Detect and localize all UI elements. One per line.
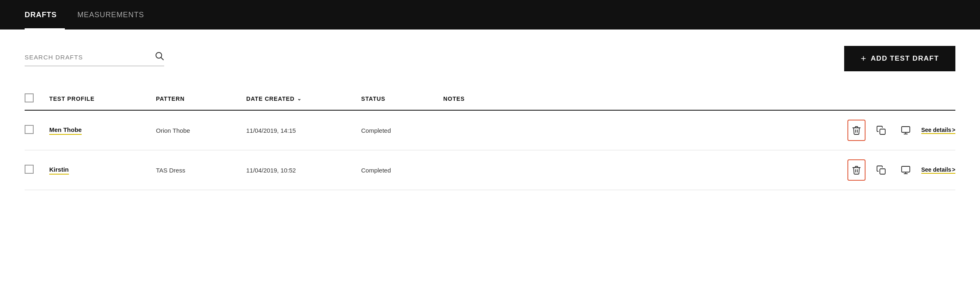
row1-delete-icon[interactable] — [847, 120, 866, 141]
search-icon[interactable] — [154, 51, 164, 63]
row2-checkbox[interactable] — [25, 165, 34, 174]
header-checkbox-col — [25, 93, 49, 104]
top-nav: DRAFTS MEASUREMENTS — [0, 0, 980, 30]
svg-rect-2 — [880, 129, 885, 134]
table-header: TEST PROFILE PATTERN DATE CREATED ⌄ STAT… — [25, 88, 955, 111]
row1-profile-name[interactable]: Men Thobe — [49, 126, 82, 135]
row1-status: Completed — [361, 127, 443, 134]
row2-profile-name[interactable]: Kirstin — [49, 166, 69, 175]
col-header-test-profile: TEST PROFILE — [49, 95, 156, 102]
row1-see-details-link[interactable]: See details > — [921, 127, 955, 134]
row2-copy-icon[interactable] — [872, 159, 890, 181]
row2-actions: See details > — [840, 159, 955, 181]
table-row: Kirstin TAS Dress 11/04/2019, 10:52 Comp… — [25, 150, 955, 190]
add-test-draft-button[interactable]: + ADD TEST DRAFT — [844, 46, 955, 71]
main-content: + ADD TEST DRAFT TEST PROFILE PATTERN DA… — [0, 30, 980, 206]
row2-delete-icon[interactable] — [847, 159, 866, 181]
col-header-notes: NOTES — [443, 95, 840, 102]
col-header-pattern: PATTERN — [156, 95, 246, 102]
col-header-date-created[interactable]: DATE CREATED ⌄ — [246, 95, 361, 102]
search-row: + ADD TEST DRAFT — [25, 46, 955, 71]
row1-checkbox[interactable] — [25, 125, 34, 134]
row2-checkbox-cell — [25, 165, 49, 175]
search-container — [25, 51, 164, 66]
row1-chevron-icon: > — [952, 127, 955, 133]
row1-actions: See details > — [840, 120, 955, 141]
plus-icon: + — [861, 53, 866, 64]
col-header-status: STATUS — [361, 95, 443, 102]
row1-copy-icon[interactable] — [872, 120, 890, 141]
table: TEST PROFILE PATTERN DATE CREATED ⌄ STAT… — [25, 88, 955, 190]
tab-measurements[interactable]: MEASUREMENTS — [77, 0, 152, 30]
add-button-label: ADD TEST DRAFT — [871, 54, 939, 63]
select-all-checkbox[interactable] — [25, 93, 34, 102]
row2-chevron-icon: > — [952, 166, 955, 173]
row2-profile-cell: Kirstin — [49, 166, 156, 175]
svg-rect-7 — [902, 166, 910, 172]
row2-see-details-link[interactable]: See details > — [921, 166, 955, 174]
row2-pattern: TAS Dress — [156, 167, 246, 174]
row1-date: 11/04/2019, 14:15 — [246, 127, 361, 134]
tab-drafts[interactable]: DRAFTS — [25, 0, 65, 30]
svg-line-1 — [161, 58, 164, 60]
svg-rect-6 — [880, 169, 885, 174]
row1-profile-cell: Men Thobe — [49, 126, 156, 135]
search-input[interactable] — [25, 54, 140, 61]
table-row: Men Thobe Orion Thobe 11/04/2019, 14:15 … — [25, 111, 955, 150]
row2-status: Completed — [361, 167, 443, 174]
svg-rect-3 — [902, 127, 910, 132]
row1-screen-icon[interactable] — [897, 120, 915, 141]
row2-screen-icon[interactable] — [897, 159, 915, 181]
row1-pattern: Orion Thobe — [156, 127, 246, 134]
row2-date: 11/04/2019, 10:52 — [246, 167, 361, 174]
row1-checkbox-cell — [25, 125, 49, 136]
sort-arrow-icon: ⌄ — [297, 96, 302, 102]
